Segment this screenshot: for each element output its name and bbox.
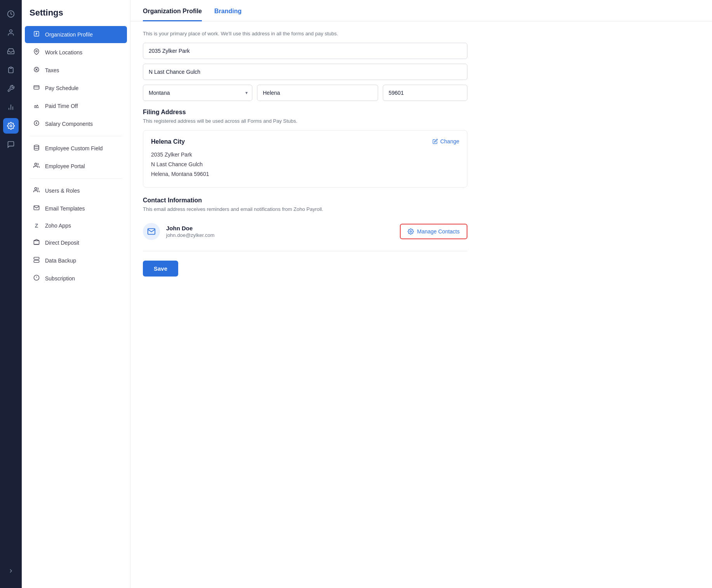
- salary-icon: [33, 120, 40, 128]
- filing-address-card: Helena City Change 2035 Zylker Park N La…: [143, 130, 467, 188]
- svg-rect-21: [34, 260, 39, 262]
- contact-avatar: [143, 223, 160, 240]
- manage-contacts-label: Manage Contacts: [417, 228, 460, 235]
- svg-point-8: [36, 50, 37, 52]
- edit-icon: [432, 139, 438, 144]
- sidebar-item-label: Pay Schedule: [45, 85, 78, 91]
- envelope-icon: [147, 227, 156, 236]
- nav-icon-clipboard[interactable]: [3, 62, 19, 78]
- sidebar-item-email-templates[interactable]: Email Templates: [25, 200, 127, 217]
- nav-icon-gear[interactable]: [3, 118, 19, 134]
- sidebar-item-subscription[interactable]: Subscription: [25, 270, 127, 287]
- sidebar-item-organization-profile[interactable]: Organization Profile: [25, 26, 127, 43]
- state-city-zip-row: Montana California Texas New York ▾: [143, 85, 467, 101]
- filing-address-line3: Helena, Montana 59601: [151, 169, 459, 179]
- zip-input[interactable]: [383, 85, 467, 101]
- sidebar-item-work-locations[interactable]: Work Locations: [25, 44, 127, 61]
- employee-portal-icon: [33, 162, 40, 170]
- subscription-icon: [33, 275, 40, 282]
- tab-branding[interactable]: Branding: [214, 8, 241, 21]
- nav-icon-clock[interactable]: [3, 6, 19, 22]
- filing-address-line1: 2035 Zylker Park: [151, 150, 459, 160]
- sidebar-item-employee-portal[interactable]: Employee Portal: [25, 158, 127, 175]
- svg-rect-2: [10, 67, 12, 68]
- sidebar-item-label: Organization Profile: [45, 31, 93, 38]
- sidebar-item-label: Data Backup: [45, 257, 76, 264]
- collapse-chevron[interactable]: [3, 563, 19, 579]
- manage-contacts-button[interactable]: Manage Contacts: [400, 224, 467, 239]
- contact-info-heading: Contact Information: [143, 197, 467, 204]
- svg-point-15: [34, 145, 39, 146]
- sidebar-item-salary-components[interactable]: Salary Components: [25, 115, 127, 132]
- filing-address-subtitle: This registered address will be used acr…: [143, 118, 467, 124]
- settings-title: Settings: [22, 8, 130, 26]
- main-content: Organization Profile Branding This is yo…: [130, 0, 712, 588]
- contact-name: John Doe: [166, 225, 214, 231]
- sidebar-item-label: Work Locations: [45, 49, 82, 56]
- taxes-icon: [33, 66, 40, 74]
- sidebar-item-taxes[interactable]: Taxes: [25, 62, 127, 79]
- change-button[interactable]: Change: [432, 138, 459, 144]
- email-templates-icon: [33, 205, 40, 212]
- sidebar-item-label: Zoho Apps: [45, 223, 71, 229]
- sidebar-divider-1: [30, 136, 122, 136]
- filing-address-heading: Filing Address: [143, 109, 467, 116]
- sidebar-item-label: Salary Components: [45, 121, 93, 127]
- sidebar-item-label: Paid Time Off: [45, 103, 78, 109]
- data-backup-icon: [33, 257, 40, 264]
- org-profile-icon: [33, 31, 40, 38]
- nav-icon-inbox[interactable]: [3, 43, 19, 59]
- tab-organization-profile[interactable]: Organization Profile: [143, 8, 202, 21]
- svg-rect-12: [34, 85, 39, 89]
- address-subtitle: This is your primary place of work. We'l…: [143, 31, 467, 37]
- work-locations-icon: [33, 49, 40, 56]
- sidebar-item-label: Employee Portal: [45, 163, 85, 169]
- sidebar-item-users-roles[interactable]: Users & Roles: [25, 182, 127, 199]
- users-roles-icon: [33, 187, 40, 195]
- change-btn-label: Change: [440, 138, 459, 144]
- divider: [143, 251, 467, 251]
- svg-point-27: [410, 231, 412, 232]
- svg-point-1: [10, 30, 12, 33]
- sidebar-item-label: Subscription: [45, 275, 75, 282]
- svg-point-16: [35, 163, 36, 165]
- sidebar-item-direct-deposit[interactable]: Direct Deposit: [25, 234, 127, 251]
- svg-point-17: [35, 188, 36, 190]
- filing-city-name: Helena City: [151, 138, 185, 145]
- contact-info-details: John Doe john.doe@zylker.com: [143, 223, 214, 240]
- sidebar-item-label: Employee Custom Field: [45, 145, 103, 151]
- sidebar-item-employee-custom-field[interactable]: Employee Custom Field: [25, 140, 127, 157]
- manage-contacts-gear-icon: [408, 228, 414, 235]
- contact-email: john.doe@zylker.com: [166, 232, 214, 238]
- nav-icon-person[interactable]: [3, 25, 19, 40]
- state-select-wrapper: Montana California Texas New York ▾: [143, 85, 252, 101]
- contact-row: John Doe john.doe@zylker.com Manage Cont…: [143, 218, 467, 245]
- svg-point-6: [10, 125, 12, 127]
- contact-info-subtitle: This email address receives reminders an…: [143, 206, 467, 212]
- sidebar-item-label: Email Templates: [45, 205, 85, 212]
- filing-address-line2: N Last Chance Gulch: [151, 160, 459, 169]
- address1-input[interactable]: [143, 43, 467, 59]
- nav-icon-tool[interactable]: [3, 81, 19, 96]
- sidebar-item-zoho-apps[interactable]: Z Zoho Apps: [25, 218, 127, 233]
- pto-icon: [33, 102, 40, 110]
- sidebar-item-label: Taxes: [45, 67, 59, 73]
- sidebar-item-pay-schedule[interactable]: Pay Schedule: [25, 80, 127, 97]
- tab-header: Organization Profile Branding: [130, 0, 712, 21]
- nav-icon-chat[interactable]: [3, 137, 19, 152]
- svg-rect-19: [34, 241, 39, 244]
- sidebar-item-data-backup[interactable]: Data Backup: [25, 252, 127, 269]
- content-area: This is your primary place of work. We'l…: [130, 21, 480, 286]
- filing-card-header: Helena City Change: [151, 138, 459, 145]
- address2-input[interactable]: [143, 64, 467, 80]
- nav-icon-chart[interactable]: [3, 99, 19, 115]
- city-input[interactable]: [257, 85, 378, 101]
- settings-sidebar: Settings Organization Profile Work Locat…: [22, 0, 130, 588]
- state-select[interactable]: Montana California Texas New York: [143, 85, 252, 101]
- sidebar-item-label: Users & Roles: [45, 188, 80, 194]
- sidebar-item-paid-time-off[interactable]: Paid Time Off: [25, 97, 127, 115]
- svg-rect-20: [34, 257, 39, 259]
- contact-section: Contact Information This email address r…: [143, 197, 467, 245]
- zoho-apps-icon: Z: [33, 223, 40, 229]
- save-button[interactable]: Save: [143, 261, 178, 277]
